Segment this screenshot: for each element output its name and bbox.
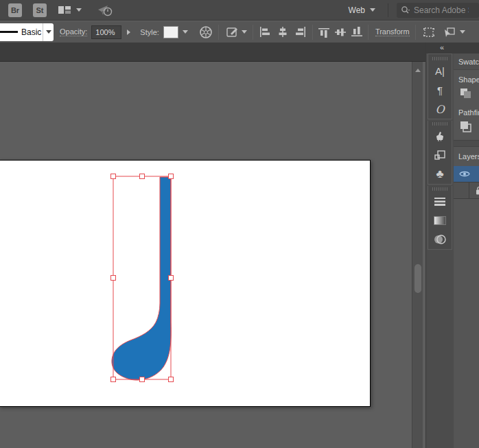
search-icon (401, 5, 411, 15)
style-chevron-down-icon[interactable] (180, 30, 191, 34)
appearance-icon (434, 130, 446, 142)
align-vertical-center-button[interactable] (335, 27, 346, 38)
right-panel-dock: « A| ¶ O (425, 43, 479, 448)
shape-panel-label: Shape (458, 75, 479, 84)
shape-panel-icon-row[interactable] (454, 84, 479, 103)
eye-icon (459, 170, 470, 178)
panel-group-appearance (428, 186, 452, 250)
align-top-button[interactable] (318, 27, 329, 38)
search-box[interactable] (397, 3, 479, 18)
tab-pathfinder[interactable]: Pathfinder (454, 103, 479, 117)
divider (253, 25, 253, 40)
artboard[interactable] (0, 160, 371, 407)
stock-button[interactable]: St (33, 3, 47, 17)
panel-icon-column: A| ¶ O (428, 54, 452, 250)
opacity-label[interactable]: Opacity: (60, 27, 87, 36)
align-left-button[interactable] (259, 27, 271, 37)
color-wheel-icon (199, 25, 213, 39)
paragraph-icon: ¶ (437, 84, 443, 96)
divider (312, 25, 313, 40)
swatches-tab-label: Swatches (458, 58, 479, 66)
opacity-stepper-button[interactable] (123, 25, 134, 39)
app-bar: Br St Web (0, 0, 479, 21)
drag-grip[interactable] (432, 186, 447, 191)
layer-lock-toggle[interactable] (476, 186, 479, 196)
drag-grip[interactable] (432, 56, 447, 61)
opentype-panel-button[interactable]: O (428, 99, 452, 119)
tab-swatches[interactable]: Swatches (454, 54, 479, 70)
align-horizontal-center-icon (277, 27, 289, 37)
stroke-icon (434, 197, 446, 206)
chevron-down-icon (460, 30, 465, 34)
symbols-panel-button[interactable]: ♣ (428, 165, 452, 184)
free-transform-icon (421, 26, 436, 38)
shape-mode-button[interactable] (442, 26, 465, 38)
pathfinder-panel-icon (458, 120, 472, 132)
artboards-icon (434, 149, 446, 161)
gradient-panel-button[interactable] (428, 211, 452, 230)
chevron-down-icon (76, 8, 82, 12)
opentype-icon: O (435, 103, 444, 116)
document-tab-strip (0, 43, 425, 62)
transform-label[interactable]: Transform (375, 27, 410, 36)
brush-preset-control[interactable]: Basic (0, 23, 54, 41)
character-icon: A| (435, 65, 445, 77)
pathfinder-panel-icon-row[interactable] (454, 117, 479, 136)
panel-group-type: A| ¶ O (428, 54, 452, 119)
document-preset-dropdown[interactable]: Web (349, 5, 375, 15)
search-input[interactable] (414, 5, 469, 15)
share-publish-icon[interactable] (97, 4, 113, 16)
lock-icon (476, 186, 479, 195)
column-divider (469, 182, 469, 198)
scroll-up-button[interactable] (412, 64, 423, 75)
align-left-icon (259, 27, 271, 37)
stroke-panel-button[interactable] (428, 191, 452, 211)
document-setup-icon (226, 26, 240, 38)
appearance-panel-button[interactable] (428, 126, 452, 145)
control-bar: Basic Opacity: Style: (0, 21, 479, 43)
collapse-panels-button[interactable]: « (440, 43, 444, 51)
layer-visibility-toggle[interactable] (459, 170, 470, 179)
chevron-down-icon (242, 30, 247, 34)
align-vertical-center-icon (335, 27, 346, 38)
divider (218, 25, 219, 40)
bridge-button[interactable]: Br (8, 3, 22, 17)
free-transform-button[interactable] (421, 26, 436, 38)
symbols-clover-icon: ♣ (436, 167, 443, 181)
pathfinder-panel-label: Pathfinder (458, 108, 479, 117)
layer-row-selected[interactable] (454, 166, 479, 182)
tab-shape[interactable]: Shape (454, 70, 479, 84)
style-swatch[interactable] (163, 26, 178, 38)
document-setup-button[interactable] (226, 26, 247, 38)
dock-header: « (426, 43, 479, 54)
recolor-artwork-button[interactable] (199, 25, 213, 39)
panel-divider (454, 140, 479, 147)
workspace-switcher[interactable] (58, 5, 82, 15)
layer-row[interactable] (454, 182, 479, 199)
brush-chevron-down-icon[interactable] (43, 23, 54, 41)
align-bottom-icon (351, 27, 362, 38)
artboards-panel-button[interactable] (428, 145, 452, 165)
align-horizontal-center-button[interactable] (277, 27, 289, 37)
shape-panel-icon (458, 87, 472, 99)
divider (368, 25, 369, 40)
transparency-icon (433, 234, 447, 245)
workspace-layout-icon (58, 5, 71, 15)
preset-label: Web (349, 5, 365, 15)
scrollbar-thumb[interactable] (414, 264, 421, 293)
brush-preset-label: Basic (21, 27, 43, 37)
drag-grip[interactable] (432, 121, 447, 126)
align-right-button[interactable] (294, 27, 307, 37)
opacity-input[interactable] (91, 25, 121, 39)
align-bottom-button[interactable] (351, 27, 362, 38)
chevron-up-icon (415, 69, 421, 72)
canvas-area[interactable] (0, 62, 425, 448)
tab-layers[interactable]: Layers (454, 147, 479, 163)
gradient-icon (434, 216, 446, 225)
vertical-scrollbar[interactable] (412, 62, 423, 448)
align-right-icon (294, 27, 307, 37)
transparency-panel-button[interactable] (428, 230, 452, 249)
panel-group-object: ♣ (428, 121, 452, 185)
paragraph-panel-button[interactable]: ¶ (428, 80, 452, 99)
character-panel-button[interactable]: A| (428, 61, 452, 80)
